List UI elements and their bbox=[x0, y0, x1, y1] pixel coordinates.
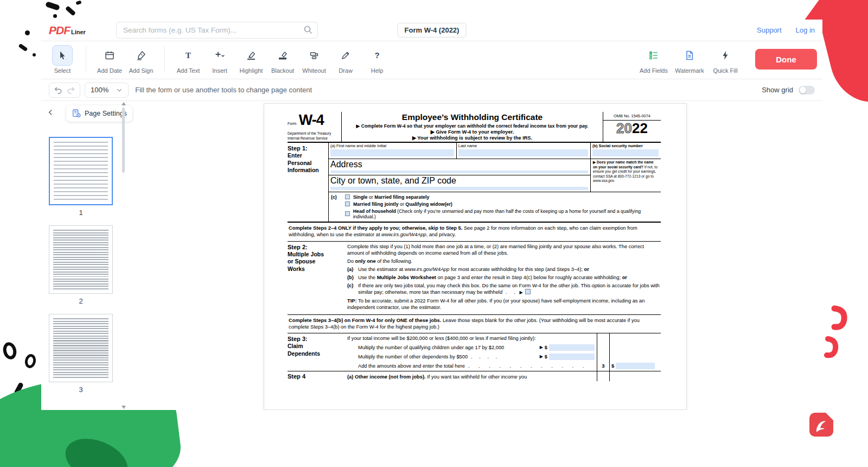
step2-intro: Complete this step if you (1) hold more … bbox=[347, 243, 661, 256]
svg-text:T: T bbox=[186, 51, 191, 60]
search-input[interactable] bbox=[116, 22, 318, 39]
login-link[interactable]: Log in bbox=[796, 26, 815, 34]
ink-dot bbox=[33, 53, 36, 56]
qualifying-children-amount-input[interactable] bbox=[549, 344, 595, 351]
step2-do-only-one: Do only one of the following. bbox=[347, 258, 661, 264]
help-tool-button[interactable]: ? Help bbox=[361, 45, 393, 74]
logo-pdf-text: PDF bbox=[49, 24, 70, 37]
thumbnail-preview bbox=[53, 230, 108, 289]
form-bullet3: ▶ Your withholding is subject to review … bbox=[345, 135, 599, 141]
w4-title-block: Employee’s Withholding Certificate ▶ Com… bbox=[342, 112, 603, 142]
page-thumbnail-3[interactable] bbox=[49, 314, 113, 382]
page-thumbnail-2[interactable] bbox=[49, 225, 113, 294]
show-grid-toggle[interactable] bbox=[799, 86, 815, 94]
married-jointly-checkbox[interactable] bbox=[345, 201, 350, 206]
page-number: 1 bbox=[79, 209, 82, 217]
ink-dot bbox=[53, 14, 57, 18]
svg-text:?: ? bbox=[374, 51, 379, 60]
pdfliner-logo[interactable]: PDF Liner bbox=[49, 24, 86, 37]
chevron-down-icon bbox=[116, 87, 123, 93]
add-text-tool-button[interactable]: T Add Text bbox=[173, 45, 204, 74]
whiteout-icon bbox=[304, 45, 324, 66]
watermark-icon bbox=[679, 45, 700, 66]
watermark-button[interactable]: Watermark bbox=[672, 45, 707, 74]
last-name-input[interactable] bbox=[458, 149, 588, 156]
signature-icon bbox=[131, 45, 151, 66]
total-dependents-amount-input[interactable] bbox=[616, 363, 655, 369]
ssa-gov-link: www.ssa.gov. bbox=[593, 179, 615, 182]
step2-section: Step 2: Multiple Jobs or Spouse Works Co… bbox=[288, 242, 661, 315]
w4-form-header: Form W-4 Department of the Treasury Inte… bbox=[288, 112, 661, 143]
other-dependents-amount-input[interactable] bbox=[549, 354, 595, 360]
content-area: Page Settings 1 2 3 Fo bbox=[41, 101, 822, 410]
filing-status-group: (c) Single or Married filing separately … bbox=[329, 192, 661, 222]
omb-number: OMB No. 1545-0074 bbox=[603, 112, 661, 121]
undo-redo-group bbox=[49, 83, 80, 98]
toolbar-divider bbox=[164, 46, 165, 72]
ink-dash bbox=[75, 1, 81, 5]
blackout-marker-icon bbox=[272, 45, 293, 66]
address-input[interactable] bbox=[330, 171, 588, 173]
ink-dash bbox=[45, 1, 60, 11]
page-settings-icon bbox=[72, 109, 81, 118]
single-or-married-separately-checkbox[interactable] bbox=[345, 194, 350, 199]
document-canvas: Form W-4 Department of the Treasury Inte… bbox=[128, 101, 822, 410]
sub-toolbar: 100% Fill the form or use another tools … bbox=[41, 79, 822, 101]
two-jobs-checkbox[interactable] bbox=[525, 289, 531, 294]
step1-label-col: Step 1: Enter Personal Information bbox=[288, 143, 328, 222]
support-link[interactable]: Support bbox=[757, 26, 782, 34]
step1-section: Step 1: Enter Personal Information (a) F… bbox=[288, 143, 661, 223]
add-fields-button[interactable]: Add Fields bbox=[636, 45, 672, 74]
highlight-tool-button[interactable]: Highlight bbox=[235, 45, 267, 74]
city-cell: City or town, state, and ZIP code bbox=[329, 175, 590, 192]
scrollbar-thumb[interactable] bbox=[122, 108, 125, 173]
ink-ring bbox=[1, 341, 18, 361]
scroll-up-arrow[interactable] bbox=[122, 102, 126, 105]
step3-children-row: Multiply the number of qualifying childr… bbox=[347, 343, 661, 352]
search-box bbox=[116, 22, 318, 39]
ssn-input[interactable] bbox=[592, 149, 659, 156]
scroll-down-arrow[interactable] bbox=[122, 406, 126, 409]
add-fields-icon bbox=[643, 45, 664, 66]
city-input[interactable] bbox=[330, 187, 588, 190]
select-tool-button[interactable]: Select bbox=[47, 45, 78, 74]
done-button[interactable]: Done bbox=[755, 49, 817, 70]
cursor-icon bbox=[52, 45, 73, 66]
dept-line1: Department of the Treasury bbox=[288, 131, 339, 136]
ink-dash bbox=[18, 43, 28, 52]
ssa-note: ▶ Does your name match the name on your … bbox=[590, 159, 661, 192]
text-icon: T bbox=[178, 45, 199, 66]
thumbnail-preview bbox=[54, 142, 108, 200]
toolbar-hint-text: Fill the form or use another tools to ch… bbox=[135, 86, 312, 94]
redo-button[interactable] bbox=[65, 84, 78, 97]
blackout-tool-button[interactable]: Blackout bbox=[267, 45, 298, 74]
add-sign-tool-button[interactable]: Add Sign bbox=[125, 45, 157, 74]
undo-button[interactable] bbox=[52, 84, 65, 97]
question-icon: ? bbox=[367, 45, 387, 66]
step2-option-b: (b) Use the Multiple Jobs Worksheet on p… bbox=[347, 274, 661, 281]
zoom-select[interactable]: 100% bbox=[85, 83, 129, 98]
page-number: 2 bbox=[79, 297, 82, 305]
ssn-cell: (b) Social security number bbox=[590, 143, 661, 159]
show-grid-control: Show grid bbox=[762, 86, 815, 94]
add-date-tool-button[interactable]: Add Date bbox=[94, 45, 125, 74]
search-icon[interactable] bbox=[303, 24, 314, 37]
document-title-badge: Form W-4 (2022) bbox=[398, 23, 467, 37]
step3-row-number: 3 bbox=[602, 363, 604, 369]
first-name-input[interactable] bbox=[330, 149, 454, 156]
ink-dash bbox=[65, 5, 76, 16]
form-year: 2022 bbox=[603, 121, 661, 136]
collapse-sidebar-button[interactable] bbox=[43, 105, 58, 119]
quick-fill-button[interactable]: Quick Fill bbox=[707, 45, 743, 74]
insert-tool-button[interactable]: Insert bbox=[204, 45, 235, 74]
step4-section: Step 4 (a) Other income (not from jobs).… bbox=[288, 371, 661, 382]
steps-2-4-paragraph: Complete Steps 2–4 ONLY if they apply to… bbox=[288, 223, 661, 242]
dept-line2: Internal Revenue Service bbox=[288, 136, 339, 141]
page-thumbnail-1[interactable] bbox=[49, 137, 113, 205]
toolbar-divider bbox=[86, 46, 86, 72]
draw-tool-button[interactable]: Draw bbox=[330, 45, 361, 74]
head-of-household-checkbox[interactable] bbox=[345, 211, 350, 216]
sidebar-scrollbar[interactable] bbox=[121, 102, 126, 409]
whiteout-tool-button[interactable]: Whiteout bbox=[298, 45, 330, 74]
step1-fields: (a) First name and middle initial Last n… bbox=[328, 143, 661, 222]
